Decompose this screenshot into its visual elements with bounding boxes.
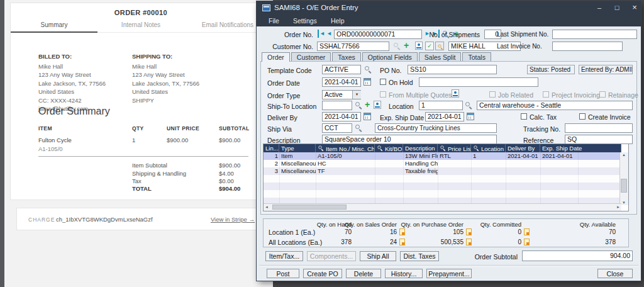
tab-customer[interactable]: Customer: [291, 52, 331, 62]
ship-all-button[interactable]: Ship All: [360, 251, 396, 261]
menu-settings[interactable]: Settings: [287, 17, 323, 25]
grid-col-location[interactable]: Location: [471, 144, 506, 152]
grid-col-deliverby[interactable]: Deliver By: [506, 144, 540, 152]
from-multiple-quotes-label: From Multiple Quotes: [389, 91, 452, 99]
col-qty: QTY: [132, 125, 144, 132]
tab-taxes[interactable]: Taxes: [332, 52, 360, 62]
tab-optional-fields[interactable]: Optional Fields: [362, 52, 418, 62]
scroll-left-icon[interactable]: ◄: [265, 205, 269, 209]
location-finder-icon[interactable]: [465, 102, 472, 109]
description-field[interactable]: SquareSpace order 10: [322, 135, 497, 144]
po-no-field[interactable]: SS10: [408, 65, 497, 74]
prev-record-icon[interactable]: ◄: [326, 30, 332, 38]
location-field[interactable]: 1: [419, 101, 463, 110]
item-tax-button[interactable]: Item/Tax...: [265, 251, 303, 261]
col-item: ITEM: [38, 125, 52, 132]
calc-tax-checkbox[interactable]: [521, 113, 527, 120]
customer-finder-icon[interactable]: [394, 43, 401, 50]
grid-col-item[interactable]: Item No./ Misc. Charge: [316, 144, 375, 152]
menu-file[interactable]: File: [263, 17, 285, 25]
divider: [259, 265, 638, 266]
grid-row-1[interactable]: 1 Item A1-105/0 13W Mini Fluore... RTL 1…: [264, 152, 621, 160]
minimize-icon[interactable]: –: [591, 1, 608, 15]
create-invoice-checkbox[interactable]: [579, 113, 586, 120]
line-item-name: Fulton Cycle: [38, 137, 72, 144]
tracking-no-field[interactable]: [565, 123, 633, 133]
ship-to-location-field[interactable]: [322, 101, 352, 110]
retainage-label: Retainage: [608, 91, 638, 99]
new-customer-icon[interactable]: +: [404, 41, 409, 50]
on-hold-checkbox[interactable]: [380, 79, 386, 85]
ship-via-name-field[interactable]: Cross-Country Trucking Lines: [375, 123, 497, 133]
grid-row-2[interactable]: 2 Miscellaneous HC Handling Charges: [264, 160, 621, 167]
hscroll-thumb[interactable]: [272, 205, 347, 210]
grid-row-3[interactable]: 3 Miscellaneous TF Taxable freight: [264, 167, 621, 175]
customer-no-field[interactable]: SSHAL77566: [317, 42, 389, 51]
total-row-value: $4.00: [219, 170, 234, 177]
shipping-to-heading: SHIPPING TO:: [132, 52, 199, 61]
menu-help[interactable]: Help: [325, 17, 350, 25]
grid-col-description[interactable]: Description: [403, 144, 438, 152]
ship-to-finder-icon[interactable]: [355, 102, 362, 109]
qty-purchase-order-header: Qty. on Purchase Order: [389, 221, 464, 228]
ship-via-finder-icon[interactable]: [355, 125, 362, 132]
close-icon[interactable]: ×: [626, 1, 643, 15]
template-finder-icon[interactable]: [365, 66, 372, 73]
exp-ship-date-field[interactable]: 2021-04-01: [425, 112, 464, 121]
deliver-by-field[interactable]: 2021-04-01: [322, 112, 361, 121]
order-type-dropdown-icon[interactable]: ▼: [352, 91, 361, 99]
col-unit-price: UNIT PRICE: [167, 125, 199, 132]
tab-summary[interactable]: Summary: [11, 20, 97, 32]
grid-col-type[interactable]: Type: [279, 144, 316, 152]
grid-col-pricelist[interactable]: Price List: [438, 144, 471, 152]
ship-via-field[interactable]: CCT: [322, 123, 352, 133]
billed-to-heading: BILLED TO:: [38, 52, 106, 61]
first-record-icon[interactable]: ◄: [318, 30, 325, 38]
ship-via-label: Ship Via: [267, 125, 292, 133]
title-bar[interactable]: SAMI68 - O/E Order Entry – □ ×: [257, 1, 641, 15]
dist-taxes-button[interactable]: Dist. Taxes: [400, 251, 439, 261]
grid-vertical-scrollbar[interactable]: ▲ ▼: [619, 152, 628, 205]
template-code-field[interactable]: ACTIVE: [322, 65, 361, 74]
quotes-drilldown-icon[interactable]: [452, 89, 459, 98]
tab-internal-notes[interactable]: Internal Notes: [97, 20, 184, 32]
credit-check-icon[interactable]: ✓: [425, 42, 434, 50]
close-button[interactable]: Close: [597, 269, 633, 278]
grid-col-expship[interactable]: Exp. Ship Date: [540, 144, 621, 152]
maximize-icon[interactable]: □: [609, 1, 625, 15]
ship-to-location-label: Ship-To Location: [267, 103, 316, 110]
delete-button[interactable]: Delete: [346, 269, 381, 278]
shipping-to-block: SHIPPING TO: Mike Hall 123 Any Way Stree…: [132, 52, 199, 104]
document-view-icon[interactable]: [435, 42, 444, 50]
deliver-by-calendar-icon[interactable]: [364, 113, 371, 120]
reference-field[interactable]: SQ: [565, 135, 633, 144]
customer-inquiry-icon[interactable]: [415, 42, 423, 50]
prepayment-button[interactable]: Prepayment...: [426, 269, 472, 278]
exp-ship-calendar-icon[interactable]: [467, 113, 474, 120]
ship-to-drilldown-icon[interactable]: [374, 101, 381, 109]
view-in-stripe-link[interactable]: View in Stripe →: [211, 216, 255, 223]
page-title: ORDER #00010: [11, 9, 271, 16]
cell-line: 1: [264, 152, 279, 160]
grid-col-kitbom[interactable]: Kit/BOM: [375, 144, 403, 152]
create-po-button[interactable]: Create PO: [303, 269, 342, 278]
qty-value: 70: [565, 228, 616, 235]
grid-col-line[interactable]: Lin...: [264, 144, 279, 152]
tab-totals[interactable]: Totals: [462, 52, 491, 62]
order-date-calendar-icon[interactable]: [364, 78, 371, 86]
post-button[interactable]: Post: [267, 269, 299, 278]
drilldown-icon[interactable]: [524, 239, 530, 245]
ship-to-new-icon[interactable]: +: [365, 100, 370, 109]
vscroll-thumb[interactable]: [621, 179, 627, 193]
tab-sales-split[interactable]: Sales Split: [419, 52, 462, 62]
cell-location: 1: [471, 152, 506, 160]
history-button[interactable]: History...: [385, 269, 423, 278]
scroll-up-icon[interactable]: ▲: [620, 153, 628, 157]
cell-type: Miscellaneous: [279, 167, 316, 175]
order-no-field[interactable]: ORD000000000071: [334, 30, 422, 39]
scroll-right-icon[interactable]: ►: [616, 205, 620, 209]
drilldown-icon[interactable]: [524, 228, 530, 235]
order-date-field[interactable]: 2021-04-01: [322, 77, 361, 87]
grid-horizontal-scrollbar[interactable]: ◄ ►: [264, 203, 621, 211]
tab-order[interactable]: Order: [262, 52, 290, 62]
